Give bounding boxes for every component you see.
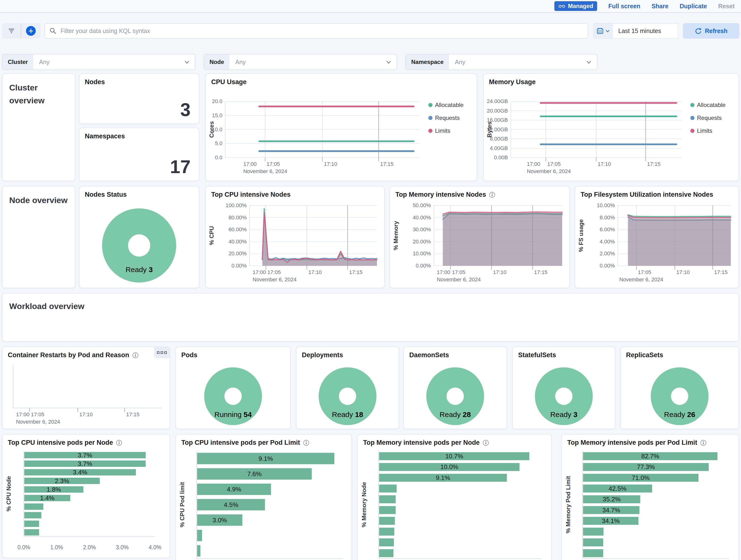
- svg-text:17:05: 17:05: [31, 412, 44, 418]
- svg-text:1.8%: 1.8%: [47, 486, 61, 493]
- svg-text:1.0%: 1.0%: [50, 544, 63, 551]
- svg-text:17:00: 17:00: [253, 269, 266, 275]
- node-filter-label: Node: [204, 55, 229, 70]
- top_mem_pods_limit-svg: 82.7%77.3%71.0%42.5%35.2%34.7%34.1%% Mem…: [562, 447, 739, 560]
- svg-text:17:00: 17:00: [16, 412, 29, 418]
- info-icon[interactable]: [116, 440, 122, 446]
- svg-text:6.00%: 6.00%: [600, 227, 615, 233]
- top-cpu-pods-limit-chart: 9.1%7.6%4.9%4.5%3.0%% CPU Pod limit: [176, 447, 351, 560]
- svg-text:40.00%: 40.00%: [228, 239, 247, 245]
- svg-text:17:05: 17:05: [547, 161, 561, 167]
- svg-text:20.00%: 20.00%: [413, 239, 431, 245]
- cluster-filter-value: Any: [33, 55, 184, 70]
- svg-text:34.1%: 34.1%: [602, 517, 620, 524]
- node-overview-panel: Node overview: [2, 186, 75, 288]
- svg-text:4.00%: 4.00%: [600, 239, 615, 245]
- svg-text:10.00%: 10.00%: [413, 250, 431, 256]
- svg-text:17:00: 17:00: [527, 161, 540, 167]
- top_cpu_pods_limit-svg: 9.1%7.6%4.9%4.5%3.0%% CPU Pod limit: [176, 447, 351, 560]
- container-restarts-title: Container Restarts by Pod and Reason: [8, 351, 129, 359]
- info-icon[interactable]: [489, 192, 495, 198]
- daemonsets-panel: DaemonSets Ready 28: [403, 347, 507, 429]
- full-screen-button[interactable]: Full screen: [608, 3, 641, 10]
- top_cpu_nodes-svg: 0.00%20.00%40.00%60.00%80.00%100.00%17:0…: [206, 199, 384, 288]
- daemonsets-donut: Ready 28: [404, 360, 507, 429]
- workload-overview-panel: Workload overview: [2, 293, 739, 341]
- svg-text:60.00%: 60.00%: [228, 227, 247, 233]
- search-icon: [49, 27, 57, 35]
- top-cpu-nodes-chart: 0.00%20.00%40.00%60.00%80.00%100.00%17:0…: [206, 199, 384, 288]
- top-mem-pods-node-chart: 10.7%10.0%9.1%% Memory Node: [358, 447, 551, 560]
- calendar-icon: [596, 27, 604, 35]
- top_fs_nodes-svg: 0.00%2.00%4.00%6.00%8.00%10.00%17:0517:1…: [575, 199, 739, 288]
- svg-text:77.3%: 77.3%: [637, 463, 655, 471]
- duplicate-button[interactable]: Duplicate: [679, 3, 707, 10]
- filter-settings-button[interactable]: [2, 23, 21, 39]
- top-mem-pods-node-title: Top Memory intensive pods per Node: [363, 439, 480, 446]
- time-range-value[interactable]: Last 15 minutes: [613, 23, 678, 38]
- calendar-button[interactable]: [594, 23, 613, 38]
- svg-text:17:15: 17:15: [534, 269, 548, 275]
- svg-text:% CPU Pod limit: % CPU Pod limit: [179, 482, 186, 527]
- svg-text:17:10: 17:10: [309, 269, 322, 275]
- nodes-status-title: Nodes Status: [85, 191, 127, 198]
- top_mem_pods_node-svg: 10.7%10.0%9.1%% Memory Node: [358, 447, 551, 560]
- replicasets-panel: ReplicaSets Ready 26: [620, 347, 739, 429]
- svg-text:42.5%: 42.5%: [609, 485, 626, 492]
- svg-text:Requests: Requests: [697, 115, 722, 121]
- svg-text:17:10: 17:10: [598, 161, 611, 167]
- info-icon[interactable]: [483, 440, 489, 446]
- svg-text:34.7%: 34.7%: [602, 506, 620, 514]
- info-icon[interactable]: [700, 440, 706, 446]
- share-button[interactable]: Share: [652, 3, 668, 10]
- top-cpu-nodes-title: Top CPU intensive Nodes: [211, 191, 291, 198]
- statefulsets-title: StatefulSets: [518, 351, 556, 359]
- reset-button[interactable]: Reset: [718, 3, 735, 10]
- top-cpu-pods-node-title: Top CPU intensive pods per Node: [8, 439, 113, 446]
- svg-text:Limits: Limits: [435, 127, 450, 134]
- kql-search-input[interactable]: [60, 27, 583, 35]
- daemonsets-svg: Ready 28: [404, 360, 507, 429]
- container-restarts-chart: 17:0017:0517:1017:15November 6, 2024: [2, 360, 170, 429]
- node-filter-dropdown[interactable]: Node Any: [204, 54, 397, 70]
- svg-text:4.9%: 4.9%: [227, 486, 241, 493]
- svg-text:10.7%: 10.7%: [445, 452, 463, 460]
- svg-text:17:10: 17:10: [676, 269, 690, 275]
- svg-text:0.0%: 0.0%: [17, 544, 30, 551]
- svg-text:35.2%: 35.2%: [603, 496, 621, 503]
- namespace-filter-dropdown[interactable]: Namespace Any: [405, 54, 597, 70]
- memory-usage-chart: 0.00B4.00GB8.00GB12.00GB16.00GB20.00GB24…: [484, 87, 739, 181]
- svg-text:24.00GB: 24.00GB: [487, 98, 508, 104]
- svg-text:2.3%: 2.3%: [55, 477, 69, 485]
- top-mem-pods-limit-panel: Top Memory intensive pods per Pod Limit …: [561, 434, 739, 560]
- cluster-filter-dropdown[interactable]: Cluster Any: [2, 54, 195, 70]
- panel-options-button[interactable]: [154, 347, 170, 358]
- svg-text:10.0%: 10.0%: [441, 463, 458, 471]
- top-mem-pods-limit-title: Top Memory intensive pods per Pod Limit: [567, 439, 697, 446]
- top-mem-nodes-chart: 0.00%10.00%20.00%30.00%40.00%50.00%17:00…: [390, 199, 569, 288]
- svg-text:7.6%: 7.6%: [247, 470, 262, 478]
- svg-text:50.00%: 50.00%: [413, 202, 431, 208]
- nodes-status-donut: Ready 3: [79, 199, 199, 288]
- svg-text:3.0%: 3.0%: [212, 516, 227, 524]
- svg-text:3.4%: 3.4%: [73, 469, 87, 476]
- top_cpu_pods_node-svg: 3.7%3.7%3.4%2.3%1.8%1.4%0.0%1.0%2.0%3.0%…: [2, 447, 170, 558]
- namespace-filter-label: Namespace: [406, 55, 449, 70]
- chevron-down-icon: [605, 29, 610, 33]
- refresh-button[interactable]: Refresh: [683, 23, 739, 39]
- info-icon[interactable]: [132, 352, 139, 358]
- top-mem-nodes-panel: Top Memory intensive Nodes 0.00%10.00%20…: [390, 186, 570, 288]
- top-mem-nodes-title: Top Memory intensive Nodes: [395, 191, 486, 198]
- add-filter-button[interactable]: [21, 23, 40, 39]
- svg-text:Ready 3: Ready 3: [126, 265, 153, 273]
- info-icon[interactable]: [303, 440, 310, 446]
- kql-search-bar: [45, 23, 588, 39]
- svg-text:Cores: Cores: [208, 121, 215, 138]
- memory-usage-panel: Memory Usage 0.00B4.00GB8.00GB12.00GB16.…: [483, 73, 739, 181]
- pods-svg: Running 54: [176, 360, 290, 429]
- svg-text:Requests: Requests: [435, 115, 460, 121]
- cluster-overview-panel: Cluster overview: [2, 73, 75, 181]
- managed-badge[interactable]: Managed: [554, 1, 597, 11]
- namespace-filter-value: Any: [449, 55, 586, 70]
- svg-text:15.0: 15.0: [212, 112, 222, 118]
